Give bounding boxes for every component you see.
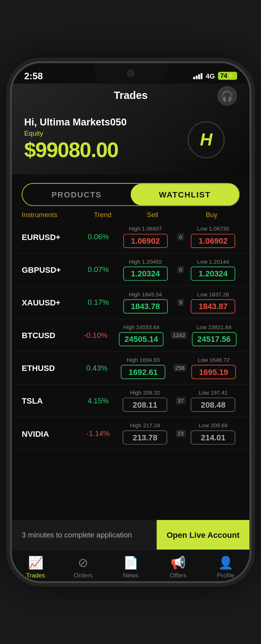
signal-bar-3: [198, 74, 200, 79]
nav-trades-label: Trades: [26, 572, 45, 579]
front-camera: [127, 69, 134, 76]
profile-icon: 👤: [218, 555, 233, 570]
col-sell: Sell: [121, 211, 183, 218]
signal-bar-2: [195, 75, 197, 79]
battery-indicator: 74⚡: [218, 72, 237, 80]
buy-low-0: Low 1.06730: [197, 225, 229, 232]
table-row[interactable]: XAUUSD+ 0.17% High 1845.54 1843.78 9 Low…: [12, 286, 249, 319]
header-title: Trades: [114, 89, 147, 102]
phone-frame: 2:58 4G 74⚡ Trade: [10, 61, 251, 583]
inst-sell-2: High 1845.54 1843.78: [116, 291, 175, 313]
buy-price-6[interactable]: 214.01: [191, 430, 235, 444]
buy-price-5[interactable]: 208.48: [191, 397, 235, 412]
table-row[interactable]: EURUSD+ 0.06% High 1.06937 1.06902 0 Low…: [12, 221, 249, 253]
sell-price-row-1: 1.20324: [123, 267, 167, 281]
phone-wrapper: 2:58 4G 74⚡ Trade: [0, 0, 261, 644]
buy-price-1[interactable]: 1.20324: [191, 267, 235, 281]
support-button[interactable]: 🎧: [217, 86, 237, 105]
bottom-banner: 3 minutes to complete application Open L…: [12, 520, 249, 550]
nav-trades[interactable]: 📈 Trades: [12, 555, 59, 579]
nav-offers-label: Offers: [170, 572, 186, 579]
offers-icon: 📢: [170, 555, 186, 570]
inst-buy-5: Low 197.41 208.48: [187, 389, 240, 412]
table-row[interactable]: TSLA 4.15% High 208.32 208.11 37 Low 197…: [12, 384, 249, 417]
spread-0: 0: [177, 233, 184, 240]
sell-high-1: High 1.20452: [128, 258, 162, 264]
buy-low-6: Low 209.68: [199, 422, 228, 428]
col-buy: Buy: [183, 211, 240, 218]
sell-price-4[interactable]: 1692.61: [121, 365, 165, 379]
inst-name-6: NVIDIA: [21, 429, 80, 438]
sell-price-row-3: 24505.14: [119, 332, 163, 346]
table-row[interactable]: ETHUSD 0.43% High 1694.93 1692.61 258 Lo…: [12, 352, 249, 384]
inst-sell-3: High 24553.64 24505.14: [112, 324, 169, 346]
signal-bar-4: [201, 73, 202, 79]
phone-notch: [94, 63, 168, 83]
nav-orders[interactable]: ⊘ Orders: [59, 555, 107, 579]
buy-low-1: Low 1.20144: [197, 258, 229, 264]
sell-price-row-4: 1692.61: [121, 365, 165, 379]
nav-news-label: News: [123, 572, 138, 579]
logo-icon: H: [200, 129, 212, 149]
inst-trend-4: 0.43%: [79, 363, 114, 372]
spread-3: 1242: [171, 331, 187, 339]
sell-price-0[interactable]: 1.06902: [123, 233, 167, 248]
buy-low-3: Low 23821.84: [196, 324, 231, 330]
buy-price-4[interactable]: 1695.19: [191, 365, 236, 379]
network-type: 4G: [206, 72, 215, 79]
buy-price-2[interactable]: 1843.87: [191, 299, 235, 313]
nav-news[interactable]: 📄 News: [107, 555, 154, 579]
inst-buy-4: Low 1648.72 1695.19: [187, 357, 240, 379]
hero-section: Trades 🎧 Hi, Ultima Markets050 Equity $9…: [12, 83, 249, 174]
inst-name-2: XAUUSD+: [21, 297, 80, 307]
headset-icon: 🎧: [221, 90, 233, 101]
sell-high-5: High 208.32: [130, 389, 160, 396]
bottom-nav: 📈 Trades ⊘ Orders 📄 News 📢 Offers 👤: [12, 549, 249, 581]
tabs-section: PRODUCTS WATCHLIST: [12, 174, 249, 206]
buy-low-4: Low 1648.72: [197, 357, 229, 363]
phone-screen: 2:58 4G 74⚡ Trade: [12, 63, 249, 581]
inst-buy-6: Low 209.68 214.01: [187, 422, 240, 444]
buy-price-0[interactable]: 1.06902: [191, 233, 235, 248]
hero-content: Hi, Ultima Markets050 Equity $99080.00 H: [12, 111, 249, 174]
nav-profile[interactable]: 👤 Profile: [202, 555, 249, 579]
signal-bar-1: [193, 76, 195, 79]
table-header: Instruments Trend Sell Buy: [12, 206, 249, 221]
table-row[interactable]: NVIDIA -1.14% High 217.24 213.78 23 Low …: [12, 417, 249, 450]
inst-trend-6: -1.14%: [80, 429, 116, 438]
inst-buy-1: Low 1.20144 1.20324: [186, 258, 240, 280]
table-row[interactable]: BTCUSD -0.10% High 24553.64 24505.14 124…: [12, 319, 249, 352]
tab-watchlist[interactable]: WATCHLIST: [131, 184, 239, 205]
brand-logo: H: [187, 121, 225, 158]
table-row[interactable]: GBPUSD+ 0.07% High 1.20452 1.20324 0 Low…: [12, 253, 249, 286]
status-icons: 4G 74⚡: [193, 72, 237, 80]
sell-price-5[interactable]: 208.11: [123, 397, 167, 412]
buy-low-5: Low 197.41: [199, 389, 228, 396]
col-instruments: Instruments: [21, 211, 84, 218]
inst-trend-3: -0.10%: [79, 331, 113, 339]
inst-trend-2: 0.17%: [80, 298, 116, 307]
spread-1: 0: [177, 266, 184, 273]
spread-5: 37: [175, 397, 185, 404]
power-button: [250, 236, 251, 285]
nav-offers[interactable]: 📢 Offers: [154, 555, 202, 579]
spread-2: 9: [177, 299, 184, 306]
inst-sell-4: High 1694.93 1692.61: [114, 357, 172, 379]
sell-price-6[interactable]: 213.78: [123, 430, 167, 444]
status-time: 2:58: [24, 71, 43, 81]
inst-buy-0: Low 1.06730 1.06902: [186, 225, 240, 248]
sell-price-row-6: 213.78: [123, 430, 167, 444]
inst-name-3: BTCUSD: [21, 330, 78, 340]
inst-buy-2: Low 1837.26 1843.87: [186, 291, 240, 313]
sell-price-2[interactable]: 1843.78: [123, 299, 167, 313]
open-live-account-button[interactable]: Open Live Account: [157, 520, 249, 550]
inst-sell-5: High 208.32 208.11: [115, 389, 174, 412]
col-trend: Trend: [84, 211, 121, 218]
sell-price-3[interactable]: 24505.14: [119, 332, 163, 346]
buy-low-2: Low 1837.26: [197, 291, 229, 297]
sell-price-1[interactable]: 1.20324: [123, 267, 167, 281]
buy-price-3[interactable]: 24517.56: [191, 332, 236, 346]
sell-price-row-5: 208.11: [123, 397, 167, 412]
tab-products[interactable]: PRODUCTS: [22, 184, 131, 205]
signal-bars: [193, 73, 202, 79]
